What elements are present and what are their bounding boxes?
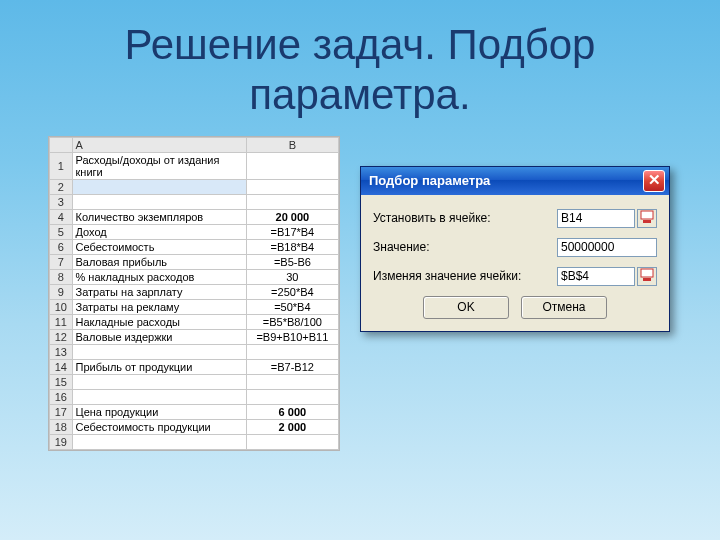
cell-b[interactable]: 2 000 <box>246 419 338 434</box>
dialog-titlebar[interactable]: Подбор параметра ✕ <box>361 167 669 195</box>
dialog-buttons: OK Отмена <box>373 296 657 319</box>
table-row: 14Прибыль от продукции=B7-B12 <box>50 359 339 374</box>
cell-b[interactable] <box>246 194 338 209</box>
table-row: 8% накладных расходов30 <box>50 269 339 284</box>
collapse-dialog-icon <box>640 268 654 285</box>
dialog-title: Подбор параметра <box>369 173 643 188</box>
cell-a[interactable]: Расходы/доходы от издания книги <box>72 152 246 179</box>
cell-b[interactable] <box>246 374 338 389</box>
cell-a[interactable]: Себестоимость продукции <box>72 419 246 434</box>
row-change-cell: Изменяя значение ячейки: <box>373 267 657 286</box>
row-header[interactable]: 6 <box>50 239 73 254</box>
cell-a[interactable]: Себестоимость <box>72 239 246 254</box>
cell-a[interactable]: Затраты на рекламу <box>72 299 246 314</box>
row-header[interactable]: 13 <box>50 344 73 359</box>
table-row: 13 <box>50 344 339 359</box>
row-header[interactable]: 15 <box>50 374 73 389</box>
cell-b[interactable]: 6 000 <box>246 404 338 419</box>
row-header[interactable]: 18 <box>50 419 73 434</box>
row-header[interactable]: 12 <box>50 329 73 344</box>
table-row: 17Цена продукции6 000 <box>50 404 339 419</box>
svg-rect-3 <box>643 278 651 281</box>
cell-a[interactable]: Цена продукции <box>72 404 246 419</box>
content-area: A B 1Расходы/доходы от издания книги234К… <box>0 136 720 536</box>
cell-b[interactable]: =B17*B4 <box>246 224 338 239</box>
row-value: Значение: <box>373 238 657 257</box>
close-icon: ✕ <box>648 171 661 188</box>
close-button[interactable]: ✕ <box>643 170 665 192</box>
row-header[interactable]: 8 <box>50 269 73 284</box>
table-row: 4Количество экземпляров20 000 <box>50 209 339 224</box>
cell-a[interactable]: % накладных расходов <box>72 269 246 284</box>
table-row: 5Доход=B17*B4 <box>50 224 339 239</box>
cell-b[interactable]: =B18*B4 <box>246 239 338 254</box>
input-set-cell[interactable] <box>557 209 635 228</box>
cell-a[interactable]: Прибыль от продукции <box>72 359 246 374</box>
svg-rect-2 <box>641 269 653 277</box>
table-row: 6Себестоимость=B18*B4 <box>50 239 339 254</box>
row-header[interactable]: 10 <box>50 299 73 314</box>
row-header[interactable]: 3 <box>50 194 73 209</box>
table-row: 12Валовые издержки=B9+B10+B11 <box>50 329 339 344</box>
table-row: 3 <box>50 194 339 209</box>
cell-b[interactable] <box>246 152 338 179</box>
input-value[interactable] <box>557 238 657 257</box>
row-header[interactable]: 1 <box>50 152 73 179</box>
cell-b[interactable] <box>246 179 338 194</box>
cell-b[interactable]: 30 <box>246 269 338 284</box>
cell-b[interactable]: =50*B4 <box>246 299 338 314</box>
refpicker-set-cell[interactable] <box>637 209 657 228</box>
input-change-cell[interactable] <box>557 267 635 286</box>
cell-a[interactable] <box>72 344 246 359</box>
col-header-a[interactable]: A <box>72 137 246 152</box>
cell-a[interactable] <box>72 194 246 209</box>
row-header[interactable]: 7 <box>50 254 73 269</box>
table-row: 9Затраты на зарплату=250*B4 <box>50 284 339 299</box>
ok-button[interactable]: OK <box>423 296 509 319</box>
collapse-dialog-icon <box>640 210 654 227</box>
row-header[interactable]: 4 <box>50 209 73 224</box>
cell-a[interactable]: Валовая прибыль <box>72 254 246 269</box>
col-header-b[interactable]: B <box>246 137 338 152</box>
table-row: 18Себестоимость продукции2 000 <box>50 419 339 434</box>
cell-a[interactable] <box>72 389 246 404</box>
table-row: 2 <box>50 179 339 194</box>
cell-b[interactable] <box>246 434 338 449</box>
cell-b[interactable]: =B5-B6 <box>246 254 338 269</box>
refpicker-change-cell[interactable] <box>637 267 657 286</box>
cell-b[interactable]: 20 000 <box>246 209 338 224</box>
row-header[interactable]: 11 <box>50 314 73 329</box>
cell-b[interactable]: =B9+B10+B11 <box>246 329 338 344</box>
cell-a[interactable] <box>72 374 246 389</box>
cell-b[interactable] <box>246 389 338 404</box>
table-row: 10Затраты на рекламу=50*B4 <box>50 299 339 314</box>
svg-rect-1 <box>643 220 651 223</box>
cell-a[interactable]: Валовые издержки <box>72 329 246 344</box>
cell-b[interactable]: =B7-B12 <box>246 359 338 374</box>
row-header[interactable]: 19 <box>50 434 73 449</box>
spreadsheet-table: A B 1Расходы/доходы от издания книги234К… <box>49 137 339 450</box>
table-row: 16 <box>50 389 339 404</box>
goal-seek-dialog: Подбор параметра ✕ Установить в ячейке: … <box>360 166 670 332</box>
cell-a[interactable]: Накладные расходы <box>72 314 246 329</box>
row-header[interactable]: 9 <box>50 284 73 299</box>
cell-a[interactable]: Количество экземпляров <box>72 209 246 224</box>
cell-b[interactable] <box>246 344 338 359</box>
cell-a[interactable]: Доход <box>72 224 246 239</box>
row-header[interactable]: 2 <box>50 179 73 194</box>
row-header[interactable]: 14 <box>50 359 73 374</box>
row-header[interactable]: 17 <box>50 404 73 419</box>
table-row: 19 <box>50 434 339 449</box>
cancel-button[interactable]: Отмена <box>521 296 607 319</box>
cell-a[interactable] <box>72 179 246 194</box>
corner-cell[interactable] <box>50 137 73 152</box>
cell-b[interactable]: =250*B4 <box>246 284 338 299</box>
row-header[interactable]: 5 <box>50 224 73 239</box>
cell-a[interactable]: Затраты на зарплату <box>72 284 246 299</box>
row-header[interactable]: 16 <box>50 389 73 404</box>
cell-a[interactable] <box>72 434 246 449</box>
cell-b[interactable]: =B5*B8/100 <box>246 314 338 329</box>
svg-rect-0 <box>641 211 653 219</box>
dialog-body: Установить в ячейке: Значение: Изменяя з… <box>361 195 669 331</box>
slide-title: Решение задач. Подбор параметра. <box>0 0 720 136</box>
